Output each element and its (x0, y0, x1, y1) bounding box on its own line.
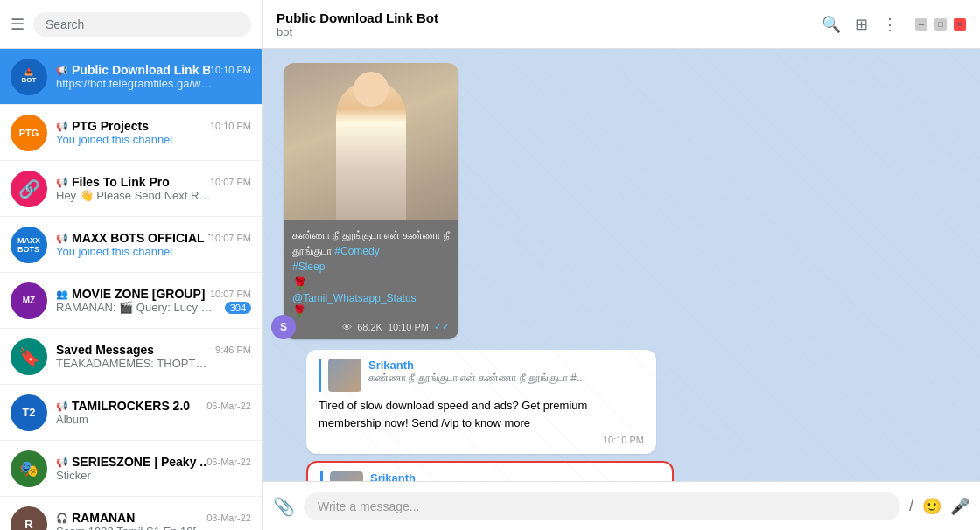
chat-item-top: 📢 SERIESZONE | Peaky ... 06-Mar-22 (56, 455, 251, 469)
maximize-button[interactable]: □ (934, 18, 947, 31)
reply-quote-text: கண்ணா நீ தூங்குடா என் கண்ணா நீ தூங்குடா … (368, 372, 585, 384)
chat-item-top: Saved Messages 9:46 PM (56, 343, 251, 357)
chat-name-text: RAMANAN (72, 511, 135, 525)
chat-item-time: 10:07 PM (210, 177, 251, 187)
emoji-icon[interactable]: 🙂 (922, 497, 942, 516)
media-image (284, 63, 458, 220)
chat-name-text: SERIESZONE | Peaky ... (72, 455, 206, 469)
sidebar: ☰ Search 📥BOT 📢 Public Download Link Bot (0, 0, 262, 530)
media-message-row: கண்ணா நீ தூங்குடா என் கண்ணா நீதூங்குடா #… (276, 63, 966, 339)
chat-item-saved-messages[interactable]: 🔖 Saved Messages 9:46 PM TEAKADAMEMES: T… (0, 329, 262, 385)
search-input[interactable]: Search (33, 12, 251, 37)
chat-preview-row: https://bot.telegramfiles.ga/watch/22525… (56, 77, 251, 90)
chat-item-preview: https://bot.telegramfiles.ga/watch/22525… (56, 77, 214, 90)
media-bubble: கண்ணா நீ தூங்குடா என் கண்ணா நீதூங்குடா #… (284, 63, 458, 339)
chat-item-tamilrockers[interactable]: T2 📢 TAMILROCKERS 2.0 06-Mar-22 Album (0, 385, 262, 441)
chat-item-public-download-link-bot[interactable]: 📥BOT 📢 Public Download Link Bot 10:10 PM… (0, 49, 262, 105)
header-icons: 🔍 ⊞ ⋮ (822, 15, 898, 34)
chat-item-content: 📢 Public Download Link Bot 10:10 PM http… (56, 63, 251, 90)
chat-name-text: Public Download Link Bot (72, 63, 210, 77)
link-sender-name: Srikanth (370, 471, 587, 481)
chat-item-preview: RAMANAN: 🎬 Query: Lucy 2014 I... (56, 301, 214, 314)
chat-item-name: 📢 Public Download Link Bot (56, 63, 210, 77)
views-icon: 👁 (342, 322, 352, 332)
media-meta: 👁 68.2K 10:10 PM ✓✓ (292, 321, 450, 332)
chat-item-top: 🎧 RAMANAN 03-Mar-22 (56, 511, 251, 525)
chat-item-preview: Sticker (56, 469, 91, 482)
chat-item-files-to-link-pro[interactable]: 🔗 📢 Files To Link Pro 10:07 PM Hey 👋 Ple… (0, 161, 262, 217)
channel-icon: 📢 (56, 401, 68, 412)
messages-area[interactable]: கண்ணா நீ தூங்குடா என் கண்ணா நீதூங்குடா #… (262, 49, 980, 481)
chat-preview-row: Hey 👋 Please Send Next Request after (..… (56, 189, 251, 202)
chat-item-time: 03-Mar-22 (206, 513, 251, 523)
channel-icon: 📢 (56, 65, 68, 76)
chat-header-info: Public Download Link Bot bot (276, 10, 811, 38)
chat-item-name: 🎧 RAMANAN (56, 511, 135, 525)
sidebar-header: ☰ Search (0, 0, 262, 49)
reply-author: Srikanth (368, 359, 585, 372)
reply-quote-content: Srikanth கண்ணா நீ தூங்குடா என் கண்ணா நீ … (368, 359, 585, 384)
reply-bubble: Srikanth கண்ணா நீ தூங்குடா என் கண்ணா நீ … (306, 350, 656, 454)
channel-icon: 📢 (56, 233, 68, 244)
mic-icon[interactable]: 🎤 (950, 497, 970, 516)
chat-list: 📥BOT 📢 Public Download Link Bot 10:10 PM… (0, 49, 262, 530)
chat-item-preview: You joined this channel (56, 133, 172, 146)
minimize-button[interactable]: ─ (915, 18, 928, 31)
chat-preview-row: RAMANAN: 🎬 Query: Lucy 2014 I... 304 (56, 301, 251, 314)
reply-quote-image (328, 359, 361, 392)
chat-item-content: Saved Messages 9:46 PM TEAKADAMEMES: THO… (56, 343, 251, 370)
chat-name-text: MAXX BOTS OFFICIAL ™ (72, 231, 210, 245)
chat-item-name: 📢 SERIESZONE | Peaky ... (56, 455, 206, 469)
person-head (354, 72, 388, 107)
chat-item-top: 📢 MAXX BOTS OFFICIAL ™ 10:07 PM (56, 231, 251, 245)
channel-icon: 📢 (56, 121, 68, 132)
chat-item-ptg-projects[interactable]: PTG 📢 PTG Projects 10:10 PM You joined t… (0, 105, 262, 161)
chat-item-ramanan[interactable]: R 🎧 RAMANAN 03-Mar-22 Scam 1992 Tamil S1… (0, 497, 262, 530)
columns-icon[interactable]: ⊞ (855, 15, 868, 34)
chat-item-content: 📢 Files To Link Pro 10:07 PM Hey 👋 Pleas… (56, 175, 251, 202)
chat-header: Public Download Link Bot bot 🔍 ⊞ ⋮ ─ □ ✕ (262, 0, 980, 49)
link-message-row: Srikanth கண்ணா நீ தூங்குடா என் கண்ணா நீ … (306, 461, 966, 481)
chat-item-serieszone[interactable]: 🎭 📢 SERIESZONE | Peaky ... 06-Mar-22 Sti… (0, 441, 262, 497)
reply-time: 10:10 PM (603, 435, 644, 445)
chat-item-name: 👥 MOVIE ZONE [GROUP] (56, 287, 205, 301)
chat-item-name: 📢 TAMILROCKERS 2.0 (56, 399, 190, 413)
sender-avatar-s: S (271, 315, 296, 339)
chat-name-text: Files To Link Pro (72, 175, 170, 189)
chat-item-maxx-bots-official[interactable]: MAXXBOTS 📢 MAXX BOTS OFFICIAL ™ 10:07 PM… (0, 217, 262, 273)
channel-icon: 📢 (56, 457, 68, 468)
attach-icon[interactable]: 📎 (273, 496, 295, 517)
chat-item-content: 📢 PTG Projects 10:10 PM You joined this … (56, 119, 251, 146)
chat-preview-row: You joined this channel (56, 133, 251, 146)
rose-emoji: 🌹 (292, 276, 450, 290)
chat-item-top: 📢 PTG Projects 10:10 PM (56, 119, 251, 133)
chat-item-name: 📢 PTG Projects (56, 119, 149, 133)
search-icon[interactable]: 🔍 (822, 15, 841, 34)
hamburger-icon[interactable]: ☰ (10, 15, 24, 34)
reply-meta: 10:10 PM (318, 435, 644, 445)
chat-item-time: 10:10 PM (210, 65, 251, 75)
link-bubble: Srikanth கண்ணா நீ தூங்குடா என் கண்ணா நீ … (306, 461, 674, 481)
chat-preview-row: Album (56, 413, 251, 426)
chat-item-preview: You joined this channel (56, 245, 172, 258)
chat-item-top: 📢 Files To Link Pro 10:07 PM (56, 175, 251, 189)
reply-message-row: Srikanth கண்ணா நீ தூங்குடா என் கண்ணா நீ … (306, 350, 966, 454)
commands-icon[interactable]: / (909, 497, 914, 515)
reply-body: Tired of slow download speed and ads? Ge… (318, 397, 644, 431)
channel-icon: 📢 (56, 177, 68, 188)
chat-name-text: PTG Projects (72, 119, 149, 133)
chat-item-movie-zone-group[interactable]: MZ 👥 MOVIE ZONE [GROUP] 10:07 PM RAMANAN… (0, 273, 262, 329)
chat-item-time: 10:10 PM (210, 121, 251, 131)
message-input[interactable]: Write a message... (304, 492, 900, 520)
chat-item-preview: Hey 👋 Please Send Next Request after (..… (56, 189, 214, 202)
chat-item-time: 9:46 PM (215, 345, 251, 355)
chat-name-text: Saved Messages (56, 343, 154, 357)
close-button[interactable]: ✕ (954, 18, 966, 31)
chat-item-content: 📢 TAMILROCKERS 2.0 06-Mar-22 Album (56, 399, 251, 426)
chat-preview-row: Sticker (56, 469, 251, 482)
chat-preview-row: You joined this channel (56, 245, 251, 258)
more-icon[interactable]: ⋮ (882, 15, 898, 34)
chat-item-time: 06-Mar-22 (206, 457, 251, 467)
media-container: கண்ணா நீ தூங்குடா என் கண்ணா நீதூங்குடா #… (284, 63, 458, 339)
media-checkmarks: ✓✓ (434, 321, 450, 332)
